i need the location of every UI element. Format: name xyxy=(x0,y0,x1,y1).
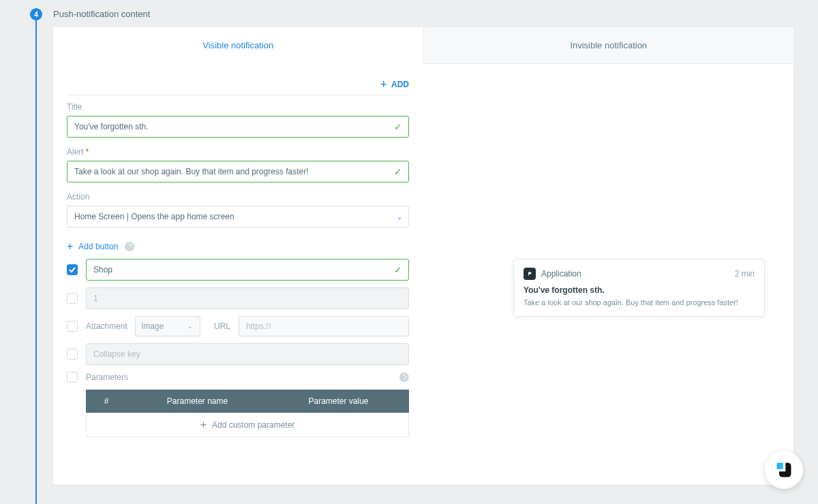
step-title: Push-notification content xyxy=(53,9,150,19)
preview-title: You've forgotten sth. xyxy=(524,285,755,295)
preview-time: 2 min xyxy=(735,269,755,279)
add-button-link[interactable]: + Add button ? xyxy=(67,241,409,252)
col-hash: # xyxy=(86,396,127,406)
notification-preview-card: Application 2 min You've forgotten sth. … xyxy=(513,259,765,317)
collapse-key-checkbox[interactable] xyxy=(67,349,78,360)
svg-rect-1 xyxy=(777,463,783,469)
add-custom-parameter-button[interactable]: + Add custom parameter xyxy=(86,413,409,437)
add-localization-button[interactable]: + ADD xyxy=(67,74,409,95)
alert-label: Alert* xyxy=(67,147,409,157)
tab-visible-notification[interactable]: Visible notification xyxy=(53,27,423,64)
parameters-checkbox[interactable] xyxy=(67,372,78,383)
preview-body: Take a look at our shop again. Buy that … xyxy=(524,298,755,308)
plus-icon: + xyxy=(67,241,73,252)
notification-panel: Visible notification Invisible notificat… xyxy=(53,27,793,485)
button-2-checkbox[interactable] xyxy=(67,293,78,304)
alert-input[interactable]: Take a look at our shop again. Buy that … xyxy=(67,161,409,183)
preview-app-name: Application xyxy=(541,269,729,279)
button-2-name-input[interactable]: 1 xyxy=(86,287,409,309)
attachment-url-label: URL xyxy=(214,321,230,331)
preview-column: Application 2 min You've forgotten sth. … xyxy=(423,64,793,485)
app-icon xyxy=(524,268,536,280)
tabs: Visible notification Invisible notificat… xyxy=(53,27,793,64)
button-1-checkbox[interactable] xyxy=(67,264,78,275)
table-header: # Parameter name Parameter value xyxy=(86,390,409,413)
button-1-name-input[interactable]: Shop xyxy=(86,259,409,281)
plus-icon: + xyxy=(380,78,387,91)
attachment-type-select[interactable]: Image ⌄ xyxy=(135,316,200,336)
add-button-label: Add button xyxy=(78,242,118,251)
step-number-badge: 4 xyxy=(30,8,42,20)
action-select[interactable]: Home Screen | Opens the app home screen xyxy=(67,206,409,227)
col-value: Parameter value xyxy=(268,396,409,406)
attachment-checkbox[interactable] xyxy=(67,321,78,332)
title-input[interactable]: You've forgotten sth. xyxy=(67,116,409,138)
chevron-down-icon: ⌄ xyxy=(187,323,193,330)
tab-invisible-notification[interactable]: Invisible notification xyxy=(423,27,794,64)
collapse-key-input[interactable]: Collapse key xyxy=(86,343,409,365)
parameters-label: Parameters xyxy=(86,373,128,382)
attachment-label: Attachment xyxy=(86,321,127,331)
brand-icon xyxy=(774,460,793,479)
help-icon[interactable]: ? xyxy=(399,373,409,382)
add-custom-parameter-label: Add custom parameter xyxy=(212,420,294,430)
title-label: Title xyxy=(67,102,409,112)
add-label: ADD xyxy=(391,80,409,89)
plus-icon: + xyxy=(200,419,207,431)
col-name: Parameter name xyxy=(127,396,268,406)
step-timeline xyxy=(35,8,37,504)
form-column: + ADD Title You've forgotten sth. ✓ Aler… xyxy=(53,64,423,485)
attachment-url-input[interactable]: https:// xyxy=(239,316,409,336)
help-icon[interactable]: ? xyxy=(125,242,134,251)
action-label: Action xyxy=(67,192,409,202)
brand-badge[interactable] xyxy=(765,451,803,489)
parameters-table: # Parameter name Parameter value + Add c… xyxy=(86,390,409,437)
